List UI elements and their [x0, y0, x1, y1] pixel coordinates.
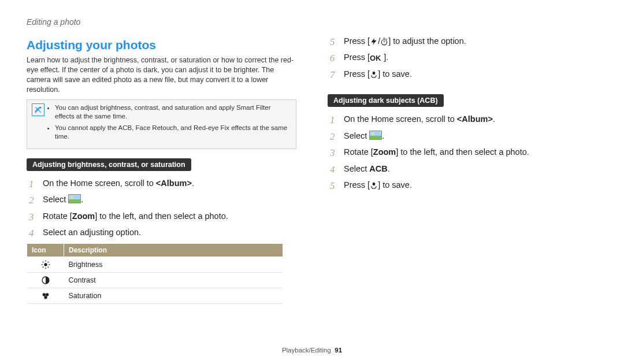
step: Select .: [27, 193, 296, 206]
step-text: .: [382, 131, 384, 140]
svg-line-7: [43, 267, 43, 268]
step: Rotate [Zoom] to the left, and then sele…: [328, 146, 597, 158]
step-text: Press [: [344, 69, 370, 79]
step-strong: Zoom: [72, 211, 95, 221]
macro-icon: [370, 70, 378, 79]
step: On the Home screen, scroll to <Album>.: [328, 113, 597, 125]
svg-point-13: [381, 40, 387, 45]
intro-text: Learn how to adjust the brightness, cont…: [27, 55, 296, 95]
steps-left: On the Home screen, scroll to <Album>. S…: [27, 177, 296, 239]
footer-section: Playback/Editing: [282, 347, 331, 354]
subheading-acb: Adjusting dark subjects (ACB): [328, 94, 444, 107]
step-strong: Zoom: [373, 147, 396, 157]
note-icon: [32, 103, 47, 144]
step-strong: <Album>: [457, 114, 493, 124]
saturation-icon: [27, 288, 64, 304]
step: On the Home screen, scroll to <Album>.: [27, 177, 296, 190]
step-text: On the Home screen, scroll to: [344, 114, 457, 124]
svg-text:OK: OK: [370, 54, 381, 62]
step: Select .: [328, 129, 597, 142]
step-text: Select an adjusting option.: [43, 228, 141, 237]
step-strong: ACB: [369, 164, 387, 173]
step-text: Press [: [344, 53, 370, 62]
table-cell: Saturation: [64, 288, 283, 304]
step-strong: <Album>: [156, 179, 192, 188]
steps-right-top: Press [/] to adjust the option. Press [O…: [328, 35, 597, 80]
step-text: .: [388, 164, 390, 173]
section-title: Adjusting your photos: [27, 38, 296, 52]
svg-line-5: [43, 262, 43, 262]
table-header-desc: Description: [64, 244, 283, 257]
step-text: Rotate [: [43, 211, 72, 221]
table-cell: Contrast: [64, 273, 283, 288]
step-text: ] to adjust the option.: [388, 36, 466, 46]
step-text: Select: [344, 164, 369, 173]
step: Select ACB.: [328, 162, 597, 175]
album-icon: [369, 131, 382, 140]
svg-point-10: [42, 294, 45, 296]
svg-line-6: [47, 267, 48, 268]
ok-icon: OK: [370, 54, 384, 62]
page-footer: Playback/Editing 91: [0, 347, 624, 354]
album-icon: [68, 194, 81, 203]
svg-line-16: [387, 39, 387, 39]
step-text: ].: [384, 53, 388, 62]
note-box: You can adjust brightness, contrast, and…: [27, 99, 296, 149]
step-text: ] to the left, and then select a photo.: [95, 211, 228, 221]
svg-point-0: [44, 263, 47, 266]
table-header-icon: Icon: [27, 244, 64, 257]
breadcrumb: Editing a photo: [27, 17, 597, 27]
step-text: ] to save.: [378, 180, 412, 190]
step-text: Select: [43, 195, 68, 204]
contrast-icon: [27, 273, 64, 288]
svg-line-8: [47, 262, 48, 262]
step: Press [] to save.: [328, 68, 597, 80]
step-text: .: [493, 114, 495, 124]
step-text: ] to the left, and then select a photo.: [396, 147, 529, 157]
timer-icon: [380, 38, 388, 46]
table-row: Brightness: [27, 257, 283, 273]
steps-right-acb: On the Home screen, scroll to <Album>. S…: [328, 113, 597, 191]
brightness-icon: [27, 257, 64, 273]
note-item: You can adjust brightness, contrast, and…: [55, 103, 291, 121]
note-item: You cannot apply the ACB, Face Retouch, …: [55, 124, 291, 142]
table-row: Saturation: [27, 288, 283, 304]
step: Press [/] to adjust the option.: [328, 35, 597, 47]
step-text: On the Home screen, scroll to: [43, 179, 156, 188]
step: Press [OK].: [328, 51, 597, 64]
step-text: Rotate [: [344, 147, 373, 157]
step: Press [] to save.: [328, 179, 597, 191]
step-text: Press [: [344, 36, 370, 46]
step-text: ] to save.: [378, 69, 412, 79]
flash-icon: [370, 38, 378, 46]
step-text: Select: [344, 131, 369, 140]
subheading-adjust-bcs: Adjusting brightness, contrast, or satur…: [27, 158, 191, 171]
svg-point-12: [44, 296, 47, 299]
table-cell: Brightness: [64, 257, 283, 273]
svg-point-11: [46, 294, 49, 296]
step-text: Press [: [344, 180, 370, 190]
step-text: .: [81, 195, 83, 204]
macro-icon: [370, 181, 378, 190]
step: Select an adjusting option.: [27, 226, 296, 239]
footer-page-number: 91: [335, 347, 342, 354]
adjust-options-table: Icon Description Brightness Contrast: [27, 243, 283, 304]
table-row: Contrast: [27, 273, 283, 288]
step-text: .: [192, 179, 194, 188]
step: Rotate [Zoom] to the left, and then sele…: [27, 210, 296, 222]
